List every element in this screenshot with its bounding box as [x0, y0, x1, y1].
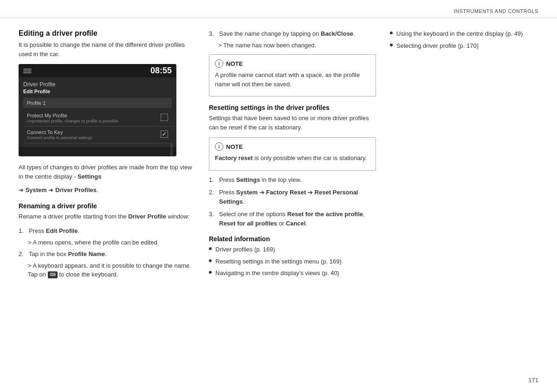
step-1-num: 1.	[19, 226, 26, 236]
screen-driver-profile-label: Driver Profile	[23, 81, 172, 88]
step-3-arrow: > The name has now been changed.	[209, 41, 376, 50]
note1-icon: i	[215, 59, 223, 68]
right-column: Using the keyboard in the centre display…	[390, 29, 538, 282]
section1-title: Editing a driver profile	[19, 29, 195, 38]
screen-footer: 000789	[19, 147, 176, 156]
screen-connect-row: Connect To Key Connect profile to person…	[23, 127, 172, 143]
right-list: Using the keyboard in the centre display…	[390, 29, 538, 50]
reset-step-1-num: 1.	[209, 175, 216, 185]
screen-menu-icon	[23, 69, 32, 73]
mid-column: 3. Save the name change by tapping on Ba…	[209, 29, 390, 282]
post-screen-arrow-nav: ➔ System ➔ Driver Profiles.	[19, 186, 195, 195]
step-1-arrow: > A menu opens, where the profile can be…	[19, 238, 195, 247]
screen-profile-item: Profile 1	[23, 98, 172, 108]
reset-step-2-num: 2.	[209, 188, 216, 206]
section-reset-title: Resetting settings in the driver profile…	[209, 104, 376, 111]
note2-text: Factory reset is only possible when the …	[215, 154, 370, 163]
step-2-arrow: > A keyboard appears, and it is possible…	[19, 261, 195, 279]
post-screen-text: All types of changes to driver profiles …	[19, 163, 195, 181]
driver-profiles-label: Driver Profiles	[55, 186, 97, 193]
right-bullet-1	[390, 32, 393, 34]
page-header: INSTRUMENTS AND CONTROLS	[0, 0, 557, 18]
reset-steps: 1. Press Settings in the top view. 2. Pr…	[209, 175, 376, 228]
post-screen-bold: Settings	[78, 173, 101, 180]
screen-protect-label: Protect My Profile	[27, 113, 118, 118]
note-box-2: i NOTE Factory reset is only possible wh…	[209, 137, 376, 171]
screen-header: 08:55	[19, 64, 176, 77]
checkmark-icon: ✓	[162, 131, 167, 137]
right-bullet-2	[390, 44, 393, 46]
screen-footer-code: 000789	[170, 148, 174, 156]
screen-protect-row: Protect My Profile Unprotected profile, …	[23, 110, 172, 127]
note2-text-rest: is only possible when the car is station…	[253, 154, 367, 161]
related-title: Related information	[209, 235, 376, 243]
page-number: 171	[528, 377, 538, 384]
note2-text-bold: Factory reset	[215, 154, 253, 161]
screen-edit-profile-label: Edit Profile	[23, 89, 172, 94]
system-label: System	[26, 186, 47, 193]
step-2-num: 2.	[19, 250, 26, 259]
post-screen-text1: All types of changes to driver profiles …	[19, 164, 192, 180]
bullet-dot-1	[209, 247, 212, 250]
step-3-num: 3.	[209, 29, 216, 39]
bullet-dot-3	[209, 271, 212, 274]
reset-step-3-text: Select one of the options Reset for the …	[219, 210, 376, 228]
section-reset-intro: Settings that have been saved to one or …	[209, 114, 376, 132]
bullet-dot-2	[209, 259, 212, 262]
right-item-1: Using the keyboard in the centre display…	[390, 29, 538, 39]
screen-mockup: 08:55 Driver Profile Edit Profile Profil…	[19, 64, 176, 156]
screen-connect-text-block: Connect To Key Connect profile to person…	[27, 129, 92, 140]
screen-protect-sub: Unprotected profile, changes to profile …	[27, 119, 118, 123]
section2-title: Renaming a driver profile	[19, 202, 195, 210]
section2-intro-end: window:	[166, 213, 190, 220]
note2-header: i NOTE	[215, 142, 370, 151]
related-list: Driver profiles (p. 169) Resetting setti…	[209, 245, 376, 278]
header-title: INSTRUMENTS AND CONTROLS	[454, 8, 539, 14]
note1-text: A profile name cannot start with a space…	[215, 71, 370, 89]
left-column: Editing a driver profile It is possible …	[19, 29, 209, 282]
related-item-3: Navigating in the centre display's views…	[209, 269, 376, 278]
keyboard-icon: ⌨	[48, 271, 58, 279]
step-2-text: Tap in the box Profile Name.	[29, 250, 107, 259]
reset-step-2-text: Press System ➔ Factory Reset ➔ Reset Per…	[219, 188, 376, 206]
related-item-1: Driver profiles (p. 169)	[209, 245, 376, 254]
section2-intro: Rename a driver profile starting from th…	[19, 212, 195, 221]
screen-protect-text-block: Protect My Profile Unprotected profile, …	[27, 113, 118, 123]
step-1-text: Press Edit Profile.	[29, 226, 79, 236]
reset-step-1-text: Press Settings in the top view.	[219, 175, 302, 185]
screen-connect-sub: Connect profile to personal settings	[27, 135, 92, 140]
screen-protect-checkbox[interactable]	[161, 114, 168, 121]
note-box-1: i NOTE A profile name cannot start with …	[209, 54, 376, 96]
note1-header: i NOTE	[215, 59, 370, 68]
screen-time: 08:55	[150, 66, 172, 76]
screen-body: Driver Profile Edit Profile Profile 1 Pr…	[19, 77, 176, 147]
reset-step-3-num: 3.	[209, 210, 216, 228]
screen-connect-checkbox[interactable]: ✓	[161, 130, 168, 138]
section2-intro-bold: Driver Profile	[128, 213, 166, 220]
section1-intro: It is possible to change the name of the…	[19, 40, 195, 58]
screen-connect-label: Connect To Key	[27, 129, 92, 135]
right-item-2: Selecting driver profile (p. 170)	[390, 41, 538, 51]
step-3-text: Save the name change by tapping on Back/…	[219, 29, 355, 39]
section2-intro-start: Rename a driver profile starting from th…	[19, 213, 128, 220]
renaming-steps: 1. Press Edit Profile. > A menu opens, w…	[19, 226, 195, 279]
related-item-2: Resetting settings in the settings menu …	[209, 257, 376, 266]
note2-icon: i	[215, 142, 223, 151]
note1-title: NOTE	[226, 60, 243, 67]
note2-title: NOTE	[226, 143, 243, 150]
